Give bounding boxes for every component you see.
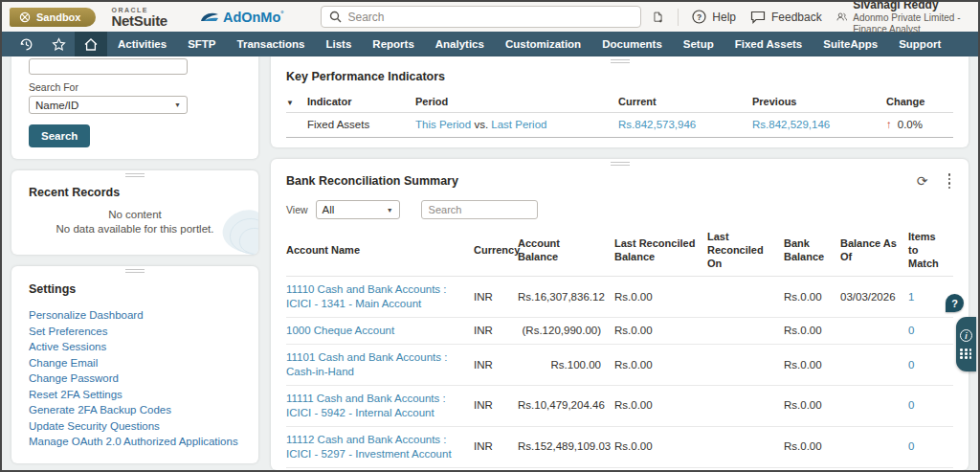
bank-title: Bank Reconciliation Summary — [286, 174, 458, 188]
info-icon[interactable]: i — [960, 329, 972, 342]
account-link[interactable]: 11101 Cash and Bank Accounts : Cash-in-H… — [286, 351, 447, 377]
bank-search-input[interactable] — [421, 200, 538, 219]
items-to-match-link[interactable]: 0 — [908, 440, 914, 452]
empty-state-message: No data available for this portlet. — [29, 223, 241, 235]
sandbox-label: Sandbox — [36, 11, 80, 23]
top-bar-divider — [678, 9, 679, 26]
items-to-match-link[interactable]: 1 — [908, 291, 914, 303]
nav-item-fixed-assets[interactable]: Fixed Assets — [724, 38, 813, 50]
nav-menu: Activities SFTP Transactions Lists Repor… — [107, 32, 951, 56]
last-reconciled-balance-cell: Rs.0.00 — [614, 277, 707, 318]
bank-row: 11111 Cash and Bank Accounts : ICICI - 5… — [286, 385, 953, 426]
netsuite-window: Sandbox ORACLE NetSuite AdOnMo° — [0, 0, 980, 472]
settings-link-change-email[interactable]: Change Email — [29, 355, 241, 371]
nav-item-transactions[interactable]: Transactions — [227, 38, 316, 50]
portlet-drag-handle[interactable] — [611, 59, 630, 63]
col-account-balance[interactable]: Account Balance — [518, 223, 614, 277]
user-menu[interactable]: Sivanagi Reddy Adonmo Private Limited - … — [836, 0, 967, 36]
portlet-drag-handle[interactable] — [125, 173, 145, 177]
shortcuts-star-icon[interactable] — [42, 32, 75, 56]
settings-link-generate-2fa-codes[interactable]: Generate 2FA Backup Codes — [29, 402, 241, 418]
floating-help-icon[interactable]: ? — [946, 294, 964, 312]
view-select[interactable]: All ▼ — [316, 200, 400, 219]
nav-item-activities[interactable]: Activities — [107, 38, 177, 50]
account-link[interactable]: 11110 Cash and Bank Accounts : ICICI - 1… — [286, 283, 447, 309]
bank-table: Account Name Currency Account Balance La… — [286, 223, 953, 470]
kpi-this-period-link[interactable]: This Period — [415, 119, 471, 130]
chevron-down-icon: ▼ — [387, 207, 393, 214]
nav-item-reports[interactable]: Reports — [362, 38, 424, 50]
main-nav: Activities SFTP Transactions Lists Repor… — [2, 32, 978, 56]
more-options-icon[interactable] — [946, 172, 954, 190]
balance-as-of-cell: 03/03/2026 — [840, 277, 908, 318]
help-button[interactable]: ? Help — [692, 10, 736, 24]
oracle-netsuite-logo[interactable]: ORACLE NetSuite — [111, 7, 167, 28]
grid-dots-icon[interactable] — [960, 348, 971, 359]
nav-item-support[interactable]: Support — [888, 38, 951, 50]
balance-as-of-cell — [840, 385, 908, 426]
new-document-icon[interactable] — [653, 9, 663, 26]
feedback-icon — [750, 11, 766, 24]
balance-as-of-cell — [840, 318, 908, 345]
account-link[interactable]: 1000 Cheque Account — [286, 325, 394, 336]
balance-as-of-cell — [840, 426, 908, 467]
nav-item-suiteapps[interactable]: SuiteApps — [813, 38, 888, 50]
col-bank-balance[interactable]: Bank Balance — [784, 223, 840, 277]
settings-link-change-password[interactable]: Change Password — [29, 371, 241, 387]
kpi-last-period-link[interactable]: Last Period — [491, 119, 546, 130]
items-to-match-link[interactable]: 0 — [908, 325, 914, 336]
nav-item-sftp[interactable]: SFTP — [177, 38, 226, 50]
kpi-change-cell: ↑0.0% — [886, 113, 953, 138]
global-search-input[interactable] — [348, 11, 633, 24]
nav-item-analytics[interactable]: Analytics — [425, 38, 495, 50]
col-items-to-match[interactable]: Items to Match — [908, 223, 953, 277]
portlet-drag-handle[interactable] — [125, 269, 145, 273]
col-currency[interactable]: Currency — [474, 223, 518, 277]
adonmo-logo[interactable]: AdOnMo° — [200, 10, 284, 25]
col-last-reconciled-balance[interactable]: Last Reconciled Balance — [614, 223, 707, 277]
account-link[interactable]: 11111 Cash and Bank Accounts : ICICI - 5… — [286, 393, 446, 418]
kpi-expand-caret-icon[interactable]: ▼ — [286, 99, 294, 107]
account-link[interactable]: 11112 Cash and Bank Accounts : ICICI - 5… — [286, 434, 452, 460]
refresh-icon[interactable]: ⟳ — [917, 174, 928, 188]
col-balance-as-of[interactable]: Balance As Of — [840, 223, 908, 277]
last-reconciled-on-cell — [707, 277, 784, 318]
settings-link-update-security-questions[interactable]: Update Security Questions — [29, 418, 241, 435]
top-bar: Sandbox ORACLE NetSuite AdOnMo° — [2, 2, 978, 32]
search-keywords-input[interactable] — [29, 58, 188, 75]
items-to-match-link[interactable]: 0 — [908, 399, 914, 411]
portlet-drag-handle[interactable] — [611, 162, 630, 166]
settings-link-reset-2fa[interactable]: Reset 2FA Settings — [29, 387, 241, 403]
currency-cell: INR — [474, 426, 518, 467]
settings-link-manage-oauth[interactable]: Manage OAuth 2.0 Authorized Applications — [29, 434, 241, 450]
currency-cell: INR — [474, 318, 518, 345]
bank-row: 11110 Cash and Bank Accounts : ICICI - 1… — [286, 277, 953, 318]
bank-balance-cell: Rs.0.00 — [784, 467, 840, 470]
settings-link-personalize-dashboard[interactable]: Personalize Dashboard — [29, 307, 241, 324]
recent-records-title: Recent Records — [29, 186, 241, 199]
kpi-current-value[interactable]: Rs.842,573,946 — [618, 119, 696, 130]
col-last-reconciled-on[interactable]: Last Reconciled On — [707, 223, 784, 277]
home-icon[interactable] — [75, 32, 107, 56]
items-to-match-link[interactable]: 0 — [908, 359, 914, 371]
settings-link-set-preferences[interactable]: Set Preferences — [29, 324, 241, 340]
settings-link-active-sessions[interactable]: Active Sessions — [29, 339, 241, 355]
nav-item-setup[interactable]: Setup — [673, 38, 724, 50]
kpi-col-indicator: Indicator — [307, 93, 415, 113]
bank-filters: View All ▼ — [286, 200, 953, 219]
col-account-name[interactable]: Account Name — [286, 223, 474, 277]
side-utility-pill[interactable]: i — [956, 317, 976, 371]
bank-row: 11113 Cash and Bank Accounts : ICICI - C… — [286, 467, 953, 470]
search-type-select[interactable]: Name/ID ▼ — [29, 96, 188, 114]
feedback-button[interactable]: Feedback — [750, 11, 822, 24]
kpi-col-period: Period — [415, 93, 618, 113]
nav-item-documents[interactable]: Documents — [591, 38, 673, 50]
kpi-change-value: 0.0% — [898, 119, 923, 130]
account-balance-cell: Rs.16,307,836.12 — [518, 277, 614, 318]
nav-item-lists[interactable]: Lists — [315, 38, 362, 50]
kpi-previous-value[interactable]: Rs.842,529,146 — [752, 119, 830, 130]
recent-records-icon[interactable] — [10, 32, 42, 56]
nav-item-customization[interactable]: Customization — [495, 38, 591, 50]
global-search[interactable] — [321, 6, 641, 28]
search-button[interactable]: Search — [29, 124, 90, 147]
